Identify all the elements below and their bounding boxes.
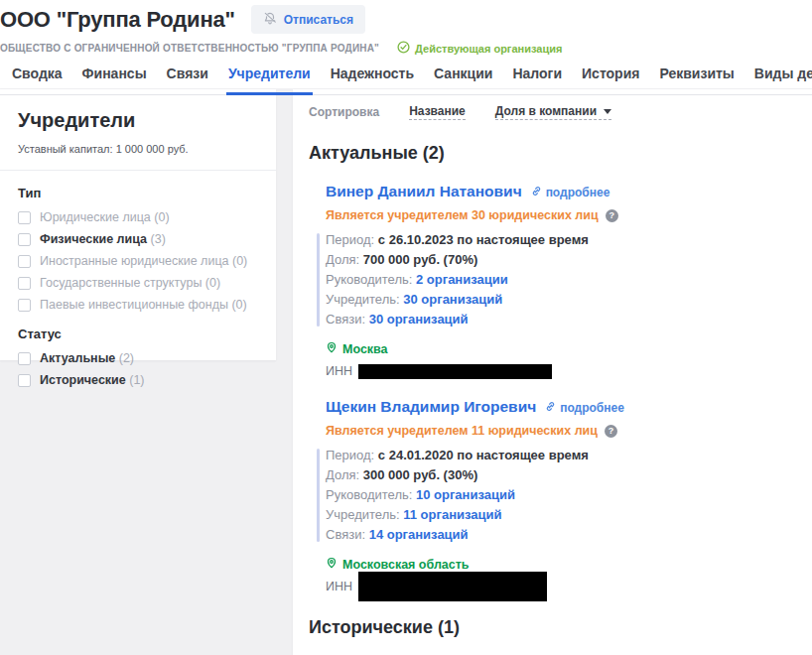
inn-row: ИНН [326, 579, 792, 594]
tab-rekvizity[interactable]: Реквизиты [657, 66, 736, 95]
filter-label: Физические лица [40, 232, 147, 246]
page-header: ООО "Группа Родина" Отписаться ОБЩЕСТВО … [0, 0, 812, 88]
founder-label: Учредитель: [326, 507, 400, 522]
location-link[interactable]: Москва [326, 340, 792, 357]
section-actual-title: Актуальные (2) [309, 143, 792, 164]
founders-panel: Сортировка Название Доля в компании Акту… [293, 89, 812, 655]
head-count-link[interactable]: 10 организаций [416, 487, 515, 502]
filter-legal-entities[interactable]: Юридические лица (0) [18, 210, 258, 224]
filter-count: (3) [151, 232, 166, 246]
filter-historical[interactable]: Исторические (1) [18, 373, 258, 387]
link-icon [531, 186, 542, 199]
checkbox[interactable] [18, 352, 31, 365]
share-value: 700 000 руб. (70%) [363, 252, 478, 267]
status-badge-label: Действующая организация [415, 43, 562, 55]
founder-details: Период: с 26.10.2023 по настоящее время … [326, 230, 792, 329]
tab-istoriya[interactable]: История [580, 66, 641, 95]
period-label: Период: [326, 448, 374, 462]
filter-actual[interactable]: Актуальные (2) [18, 351, 258, 365]
sort-by-share-label: Доля в компании [495, 104, 597, 118]
founder-name-link[interactable]: Щекин Владимир Игоревич [326, 398, 536, 416]
tab-bar: Сводка Финансы Связи Учредители Надежнос… [0, 66, 812, 95]
head-label: Руководитель: [326, 272, 412, 287]
tab-nadezhnost[interactable]: Надежность [329, 66, 416, 95]
unsubscribe-button[interactable]: Отписаться [251, 5, 365, 34]
links-label: Связи: [326, 312, 365, 327]
filter-count: (0) [232, 254, 247, 268]
inn-row: ИНН [326, 363, 792, 379]
redacted-inn-box [358, 364, 552, 379]
filter-investment-funds[interactable]: Паевые инвестиционные фонды (0) [18, 298, 258, 312]
period-label: Период: [326, 232, 374, 247]
filter-label: Государственные структуры [40, 276, 202, 290]
founder-label: Учредитель: [326, 292, 400, 307]
info-icon[interactable]: ? [605, 425, 617, 438]
inn-label: ИНН [326, 364, 352, 378]
details-link-label: подробнее [546, 186, 610, 199]
checkbox[interactable] [18, 233, 31, 246]
details-link[interactable]: подробнее [531, 186, 610, 199]
inn-label: ИНН [326, 580, 352, 593]
details-link[interactable]: подробнее [545, 401, 624, 415]
tab-nalogi[interactable]: Налоги [510, 66, 564, 95]
tab-svodka[interactable]: Сводка [10, 66, 65, 95]
sort-row: Сортировка Название Доля в компании [309, 104, 792, 120]
company-title: ООО "Группа Родина" [0, 7, 235, 33]
tab-finansy[interactable]: Финансы [80, 66, 149, 95]
filter-foreign-entities[interactable]: Иностранные юридические лица (0) [18, 254, 258, 268]
status-badge: Действующая организация [397, 41, 562, 56]
filter-type-title: Тип [18, 186, 258, 200]
details-link-label: подробнее [560, 401, 624, 415]
filter-count: (0) [231, 298, 246, 312]
founder-name-link[interactable]: Винер Даниил Натанович [326, 183, 522, 200]
checkbox[interactable] [18, 211, 31, 224]
affiliation-text: Является учредителем 11 юридических лиц [326, 424, 598, 438]
location-link[interactable]: Московская область [326, 556, 792, 573]
links-count-link[interactable]: 30 организаций [369, 312, 469, 327]
location-pin-icon [326, 556, 338, 573]
unsubscribe-label: Отписаться [284, 13, 353, 27]
affiliation-line: Является учредителем 30 юридических лиц … [326, 208, 792, 222]
filter-government[interactable]: Государственные структуры (0) [18, 276, 258, 290]
chevron-down-icon [604, 109, 611, 114]
filter-count: (0) [205, 276, 220, 290]
sort-by-name-label: Название [409, 104, 466, 118]
filters-sidebar: Учредители Уставный капитал: 1 000 000 р… [0, 89, 276, 360]
redacted-inn-box [358, 572, 547, 601]
company-full-name: ОБЩЕСТВО С ОГРАНИЧЕННОЙ ОТВЕТСТВЕННОСТЬЮ… [0, 43, 379, 54]
link-icon [545, 401, 556, 415]
share-label: Доля: [326, 252, 359, 267]
head-count-link[interactable]: 2 организации [416, 272, 508, 287]
filter-count: (2) [119, 351, 134, 365]
founder-details: Период: с 24.01.2020 по настоящее время … [326, 446, 792, 545]
tab-vidy-deyat[interactable]: Виды деят. [752, 66, 812, 95]
filter-label: Иностранные юридические лица [40, 254, 229, 268]
charter-capital: Уставный капитал: 1 000 000 руб. [18, 143, 258, 155]
filter-status-title: Статус [18, 327, 258, 341]
filter-individuals[interactable]: Физические лица (3) [18, 232, 258, 246]
founder-card: Щекин Владимир Игоревич подробнее Являет… [326, 398, 792, 594]
checkbox[interactable] [18, 374, 31, 387]
head-label: Руководитель: [326, 487, 412, 502]
checkbox[interactable] [18, 255, 31, 268]
sort-label: Сортировка [309, 105, 379, 119]
links-count-link[interactable]: 14 организаций [369, 527, 469, 542]
sidebar-divider [0, 170, 276, 171]
share-value: 300 000 руб. (30%) [363, 467, 478, 482]
filter-count: (1) [129, 373, 144, 387]
location-label: Москва [342, 342, 388, 356]
info-icon[interactable]: ? [606, 209, 618, 222]
checkbox[interactable] [18, 277, 31, 290]
founder-count-link[interactable]: 11 организаций [403, 507, 501, 522]
period-value: с 26.10.2023 по настоящее время [378, 232, 589, 247]
links-label: Связи: [326, 527, 365, 542]
checkbox[interactable] [18, 299, 31, 312]
tab-sankcii[interactable]: Санкции [432, 66, 494, 95]
tab-uchrediteli[interactable]: Учредители [226, 66, 313, 95]
founder-count-link[interactable]: 30 организаций [403, 292, 502, 307]
share-label: Доля: [326, 467, 359, 482]
sort-by-name-link[interactable]: Название [409, 104, 466, 120]
sort-by-share-link[interactable]: Доля в компании [495, 104, 611, 120]
tab-svyazi[interactable]: Связи [165, 66, 210, 95]
location-pin-icon [326, 340, 338, 357]
